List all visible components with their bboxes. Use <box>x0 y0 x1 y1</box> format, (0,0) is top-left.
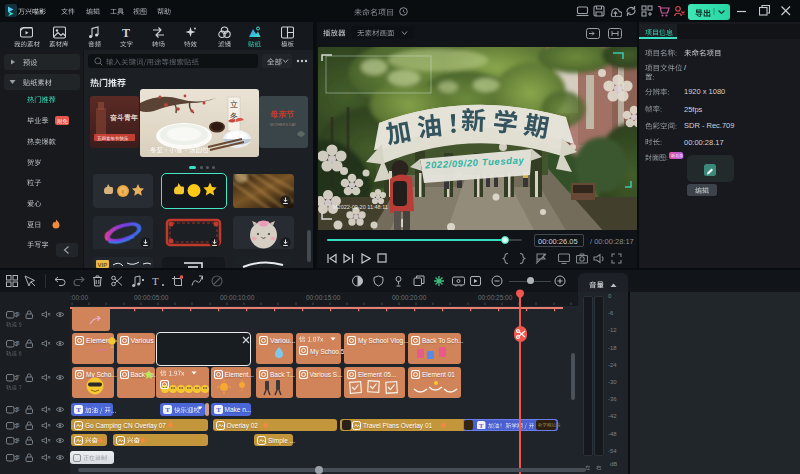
svg-text:T: T <box>479 422 484 429</box>
svg-text:T: T <box>152 275 159 287</box>
svg-text:T: T <box>165 406 170 414</box>
svg-text:五四青年节快乐: 五四青年节快乐 <box>97 135 129 141</box>
svg-text:MOTHER'S DAY: MOTHER'S DAY <box>270 123 297 127</box>
svg-text:母亲节: 母亲节 <box>269 110 294 119</box>
svg-text:T: T <box>216 406 221 414</box>
svg-text:立: 立 <box>230 100 238 109</box>
svg-text:T: T <box>122 26 130 39</box>
svg-text:奋斗青年: 奋斗青年 <box>109 113 138 122</box>
svg-text:T: T <box>76 406 81 414</box>
svg-text:¢: ¢ <box>121 189 124 195</box>
svg-text:VIP: VIP <box>98 262 108 268</box>
